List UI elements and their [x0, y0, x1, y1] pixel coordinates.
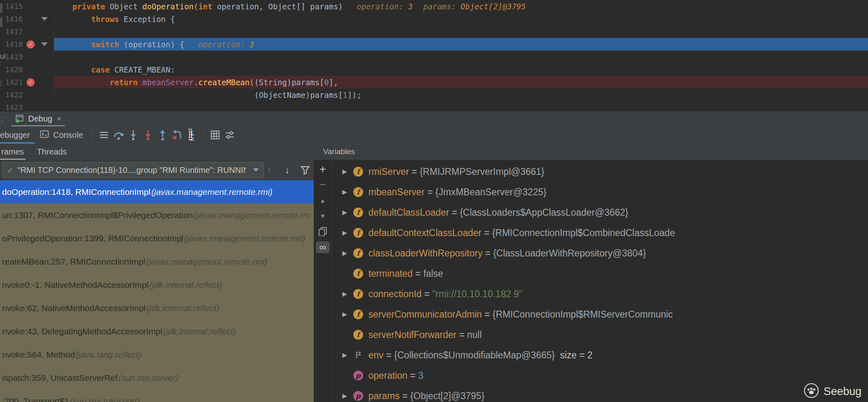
variable-name: defaultClassLoader: [368, 207, 449, 218]
editor-line[interactable]: 1422 (ObjectName)params[1]);: [0, 88, 868, 101]
expand-arrow-icon[interactable]: ▶: [342, 188, 353, 196]
frame-row[interactable]: nvoke:564, Method (java.lang.reflect): [0, 343, 314, 366]
breakpoint-icon[interactable]: ✓: [26, 40, 35, 49]
watches-toolbar: + − ▲ ▼ ∞: [314, 160, 332, 402]
variable-value: {RMIJRMPServerImpl@3661}: [420, 166, 544, 177]
thread-selector[interactable]: ✓ "RMI TCP Connection(118)-10....group "…: [2, 162, 264, 178]
breakpoint-icon[interactable]: ✓: [26, 78, 35, 86]
frame-package: (sun.rmi.server): [119, 373, 178, 383]
mouse-cursor: [187, 129, 194, 142]
code-editor[interactable]: 1415 private Object doOperation(int oper…: [0, 0, 868, 111]
frame-row[interactable]: :200, Transport$1 (sun.rmi.transport): [0, 389, 314, 402]
expand-arrow-icon[interactable]: ▶: [342, 209, 353, 216]
previous-frame-icon[interactable]: ↑: [263, 164, 275, 176]
debug-tool-tab[interactable]: Debug ×: [10, 111, 66, 126]
scroll-up-icon[interactable]: ▲: [317, 195, 328, 205]
close-icon[interactable]: ×: [57, 114, 62, 124]
expand-arrow-icon[interactable]: ▶: [342, 229, 353, 236]
expand-arrow-icon[interactable]: ▶: [342, 351, 353, 359]
field-icon: f: [353, 289, 363, 299]
tab-debugger[interactable]: ebugger: [0, 126, 35, 144]
field-icon: f: [353, 167, 363, 177]
step-over-icon[interactable]: [111, 128, 126, 142]
variable-row[interactable]: ▶fconnectionId = "rmi://10.10.10.182 9": [332, 284, 868, 304]
watches-toggle-icon[interactable]: ∞: [316, 241, 330, 253]
frame-row[interactable]: nvoke0:-1, NativeMethodAccessorImpl (jdk…: [0, 273, 314, 296]
variable-row[interactable]: ▶fserverCommunicatorAdmin = {RMIConnecti…: [332, 304, 868, 325]
editor-gutter[interactable]: 1423: [0, 101, 54, 111]
editor-line[interactable]: 1418✓ switch (operation) {operation: 3: [0, 38, 868, 51]
expand-arrow-icon[interactable]: ▶: [342, 392, 353, 400]
line-number: 1420: [0, 65, 23, 74]
frame-row[interactable]: nvoke:62, NativeMethodAccessorImpl (jdk.…: [0, 296, 314, 320]
frame-row[interactable]: doOperation:1418, RMIConnectionImpl (jav…: [0, 180, 314, 203]
expand-arrow-icon[interactable]: ▶: [342, 168, 353, 175]
frame-row[interactable]: nvoke:43, DelegatingMethodAccessorImpl (…: [0, 320, 314, 343]
force-step-into-icon[interactable]: [141, 128, 155, 142]
editor-line[interactable]: 1420 case CREATE_MBEAN:: [0, 63, 868, 76]
add-watch-icon[interactable]: +: [317, 164, 328, 174]
editor-gutter[interactable]: 1416: [0, 13, 54, 25]
variable-value: {RMIConnectionImpl$RMIServerCommunic: [493, 309, 673, 320]
fold-marker-icon[interactable]: [41, 42, 48, 46]
step-out-icon[interactable]: [155, 128, 170, 142]
code-text: throws Exception {: [54, 15, 175, 24]
console-icon: [40, 129, 49, 141]
editor-line[interactable]: 1417: [0, 25, 868, 38]
editor-gutter[interactable]: 1420: [0, 63, 54, 76]
frames-list: doOperation:1418, RMIConnectionImpl (jav…: [0, 180, 314, 402]
editor-line[interactable]: 1421✓ return mbeanServer.createMBean((St…: [0, 76, 868, 88]
variable-row[interactable]: ▶pparams = {Object[2]@3795}: [332, 386, 868, 402]
editor-gutter[interactable]: 1418✓: [0, 38, 54, 51]
expand-arrow-icon[interactable]: ▶: [342, 311, 353, 318]
expand-arrow-icon[interactable]: ▶: [342, 250, 353, 257]
editor-line[interactable]: 1415 private Object doOperation(int oper…: [0, 0, 868, 13]
next-frame-icon[interactable]: ↓: [281, 164, 293, 176]
watermark-text: Seebug: [824, 385, 861, 398]
editor-line[interactable]: 1416 throws Exception {: [0, 13, 868, 25]
debug-toolwindow-header: : Debug ×: [0, 111, 868, 127]
line-number: 1415: [0, 2, 23, 11]
editor-line[interactable]: 1423: [0, 101, 868, 111]
frame-row[interactable]: ispatch:359, UnicastServerRef (sun.rmi.s…: [0, 366, 314, 389]
scroll-down-icon[interactable]: ▼: [317, 210, 328, 221]
frame-location: ispatch:359, UnicastServerRef: [2, 373, 118, 383]
editor-gutter[interactable]: 1422: [0, 88, 54, 101]
code-text: private Object doOperation(int operation…: [54, 2, 343, 11]
tab-threads[interactable]: Threads: [31, 144, 73, 160]
expand-arrow-icon[interactable]: ▶: [342, 290, 353, 298]
code-text: switch (operation) {: [54, 40, 184, 49]
editor-line[interactable]: 1419: [0, 51, 868, 63]
tab-console[interactable]: Console: [35, 126, 88, 144]
frame-row[interactable]: un:1307, RMIConnectionImpl$PrivilegedOpe…: [0, 203, 314, 227]
step-into-icon[interactable]: [126, 128, 141, 142]
sliders-icon[interactable]: [223, 128, 237, 142]
variable-row[interactable]: fserverNotifForwarder = null: [332, 325, 868, 345]
drop-frame-icon[interactable]: [170, 128, 185, 142]
variable-row[interactable]: fterminated = false: [332, 263, 868, 284]
variable-row[interactable]: ▶env = {Collections$UnmodifiableMap@3665…: [332, 345, 868, 365]
editor-gutter[interactable]: 1417: [0, 25, 54, 38]
variable-row[interactable]: poperation = 3: [332, 365, 868, 386]
editor-gutter[interactable]: 1419: [0, 51, 54, 63]
menu-icon[interactable]: [97, 128, 111, 142]
equals-sign: =: [400, 391, 410, 402]
variable-row[interactable]: ▶fdefaultClassLoader = {ClassLoaders$App…: [332, 202, 868, 223]
frame-row[interactable]: reateMBean:257, RMIConnectionImpl (javax…: [0, 250, 314, 273]
variable-row[interactable]: ▶frmiServer = {RMIJRMPServerImpl@3661}: [332, 161, 868, 182]
filter-icon[interactable]: [299, 164, 311, 176]
tab-frames[interactable]: rames: [0, 144, 31, 160]
variable-row[interactable]: ▶fdefaultContextClassLoader = {RMIConnec…: [332, 223, 868, 243]
variable-name: serverNotifForwarder: [368, 329, 456, 340]
equals-sign: =: [383, 350, 394, 361]
grid-icon[interactable]: [208, 128, 223, 142]
editor-gutter[interactable]: 1421✓: [0, 76, 54, 88]
variable-row[interactable]: ▶fclassLoaderWithRepository = {ClassLoad…: [332, 243, 868, 263]
variable-row[interactable]: ▶fmbeanServer = {JmxMBeanServer@3225}: [332, 182, 868, 202]
copy-icon[interactable]: [317, 226, 328, 236]
remove-watch-icon[interactable]: −: [317, 179, 328, 190]
variable-name: connectionId: [368, 289, 421, 300]
fold-marker-icon[interactable]: [41, 17, 48, 21]
frame-row[interactable]: oPrivilegedOperation:1399, RMIConnection…: [0, 227, 314, 250]
editor-gutter[interactable]: 1415: [0, 0, 54, 13]
